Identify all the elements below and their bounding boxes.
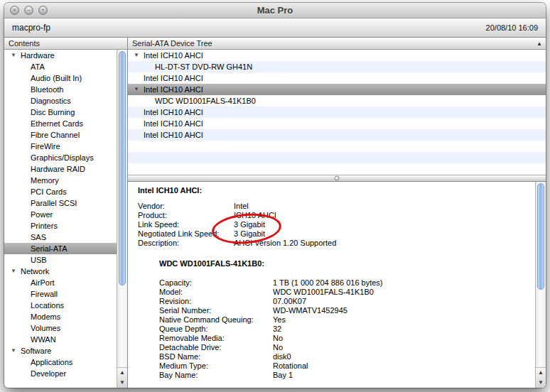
device-tree-row-label: Intel ICH10 AHCI [128,72,546,84]
sidebar-item[interactable]: ▼ Hardware RAID [4,163,117,175]
property-label: Detachable Drive: [159,343,273,352]
sidebar-item-label: Ethernet Cards [4,118,117,129]
scroll-down-arrow[interactable]: ▼ [117,378,127,388]
details-section: Intel ICH10 AHCI: Vendor: Intel Product:… [128,182,546,388]
sidebar-item[interactable]: ▼ Ethernet Cards [4,118,117,129]
device-tree-header-label: Serial-ATA Device Tree [132,39,212,48]
sidebar-item[interactable]: ▼ Graphics/Displays [4,152,117,163]
property-value: Yes [273,315,286,325]
property-row: Queue Depth: 32 [159,325,535,334]
disclosure-triangle-icon[interactable]: ▼ [11,348,16,354]
device-tree-row[interactable]: ▼ Intel ICH10 AHCI [128,107,546,118]
device-tree-row-label: Intel ICH10 AHCI [128,84,546,95]
disclosure-triangle-icon[interactable]: ▼ [134,87,139,92]
sidebar-item[interactable]: ▼ Bluetooth [4,84,117,95]
device-tree-header[interactable]: Serial-ATA Device Tree ▲ [128,38,546,50]
sidebar-item[interactable]: ▼ WWAN [4,334,117,345]
controller-properties: Vendor: Intel Product: ICH10 AHCI Link S… [138,202,535,248]
property-label: Model: [159,288,273,297]
sidebar-item[interactable]: ▼ Applications [4,356,117,368]
disclosure-triangle-icon[interactable]: ▼ [134,53,139,58]
sidebar-item[interactable]: ▼ Serial-ATA [4,243,117,254]
report-header-bar: macpro-fp 20/08/10 16:09 [4,18,546,38]
disk-title: WDC WD1001FALS-41K1B0: [138,259,535,268]
sidebar-item-label: Network [4,266,117,277]
device-tree-row[interactable]: ▼ Intel ICH10 AHCI [128,72,546,84]
sidebar-item[interactable]: ▼ Network [4,266,117,277]
property-value: Intel [234,202,249,211]
sidebar-item[interactable]: ▼ Printers [4,220,117,232]
property-row: Negotiated Link Speed: 3 Gigabit [138,229,535,239]
device-tree-row[interactable]: ▼ HL-DT-ST DVD-RW GH41N [128,61,546,72]
device-tree-row[interactable]: ▼ Intel ICH10 AHCI [128,84,546,95]
sidebar-item[interactable]: ▼ Modems [4,311,117,322]
sidebar-item[interactable]: ▼ ATA [4,61,117,72]
details-scrollbar[interactable]: ▲ ▼ [535,182,546,388]
property-row: Bay Name: Bay 1 [159,371,535,380]
sidebar-item-label: PCI Cards [4,186,117,197]
sidebar-scrollbar[interactable]: ▲ ▼ [117,50,127,388]
sidebar-item[interactable]: ▼ Power [4,209,117,220]
sidebar-scrollbar-thumb[interactable] [119,51,126,285]
device-tree-row[interactable]: ▼ Intel ICH10 AHCI [128,118,546,129]
sidebar-item[interactable]: ▼ AirPort [4,277,117,288]
sidebar-item-label: Power [4,209,117,220]
sidebar-item-label: USB [4,254,117,266]
minimize-button[interactable]: − [24,6,33,15]
sidebar-item[interactable]: ▼ Volumes [4,322,117,334]
titlebar[interactable]: × − + Mac Pro [4,3,546,18]
pane-splitter[interactable] [128,175,546,182]
property-label: Bay Name: [159,371,273,380]
property-value: Bay 1 [273,371,293,380]
property-label: BSD Name: [159,352,273,361]
device-tree-row[interactable]: ▼ Intel ICH10 AHCI [128,50,546,61]
sidebar-item[interactable]: ▼ PCI Cards [4,186,117,197]
sidebar-item[interactable]: ▼ Developer [4,368,117,379]
property-row: Model: WDC WD1001FALS-41K1B0 [159,288,535,297]
device-tree-row[interactable]: ▼ WDC WD1001FALS-41K1B0 [128,95,546,107]
sidebar-item[interactable]: ▼ USB [4,254,117,266]
sidebar-item[interactable]: ▼ FireWire [4,141,117,152]
sidebar-item-label: Bluetooth [4,84,117,95]
device-tree-row-label: Intel ICH10 AHCI [128,118,546,129]
sidebar-item[interactable]: ▼ Parallel SCSI [4,197,117,209]
scroll-up-arrow[interactable]: ▲ [536,368,546,378]
splitter-dimple-icon [335,176,340,181]
machine-name: macpro-fp [12,23,50,33]
window-controls: × − + [10,6,48,15]
sidebar-item[interactable]: ▼ Fibre Channel [4,129,117,141]
sidebar-item[interactable]: ▼ Hardware [4,50,117,61]
controller-title: Intel ICH10 AHCI: [138,186,535,195]
property-label: Native Command Queuing: [159,315,273,325]
device-tree-row[interactable]: ▼ Intel ICH10 AHCI [128,129,546,141]
details-scrollbar-thumb[interactable] [537,183,544,290]
property-row: BSD Name: disk0 [159,352,535,361]
disclosure-triangle-icon[interactable]: ▼ [11,268,16,274]
sidebar-item[interactable]: ▼ Software [4,345,117,356]
property-value: 1 TB (1 000 204 886 016 bytes) [273,278,383,288]
sidebar-header: Contents [4,38,127,50]
sidebar-item[interactable]: ▼ SAS [4,232,117,243]
device-tree-row-label: Intel ICH10 AHCI [128,50,546,61]
sidebar-item[interactable]: ▼ Locations [4,300,117,311]
sidebar-item[interactable]: ▼ Diagnostics [4,95,117,107]
sidebar-item[interactable]: ▼ Firewall [4,288,117,300]
sidebar-item[interactable]: ▼ Audio (Built In) [4,72,117,84]
property-label: Revision: [159,297,273,306]
property-value: Rotational [273,361,308,371]
property-row: Product: ICH10 AHCI [138,211,535,220]
sidebar-item-label: Hardware RAID [4,163,117,175]
sidebar-item[interactable]: ▼ Disc Burning [4,107,117,118]
disclosure-triangle-icon[interactable]: ▼ [11,53,16,58]
zoom-button[interactable]: + [38,6,48,15]
sidebar-item-label: Hardware [4,50,117,61]
device-tree-row-label: Intel ICH10 AHCI [128,107,546,118]
property-row: Revision: 07.00K07 [159,297,535,306]
report-datetime: 20/08/10 16:09 [486,23,538,32]
close-button[interactable]: × [10,6,19,15]
property-value: WD-WMATV1452945 [273,306,347,315]
scroll-down-arrow[interactable]: ▼ [536,378,546,388]
scroll-up-arrow[interactable]: ▲ [117,368,127,378]
sidebar-item[interactable]: ▼ Memory [4,175,117,186]
sidebar-item-label: Printers [4,220,117,232]
